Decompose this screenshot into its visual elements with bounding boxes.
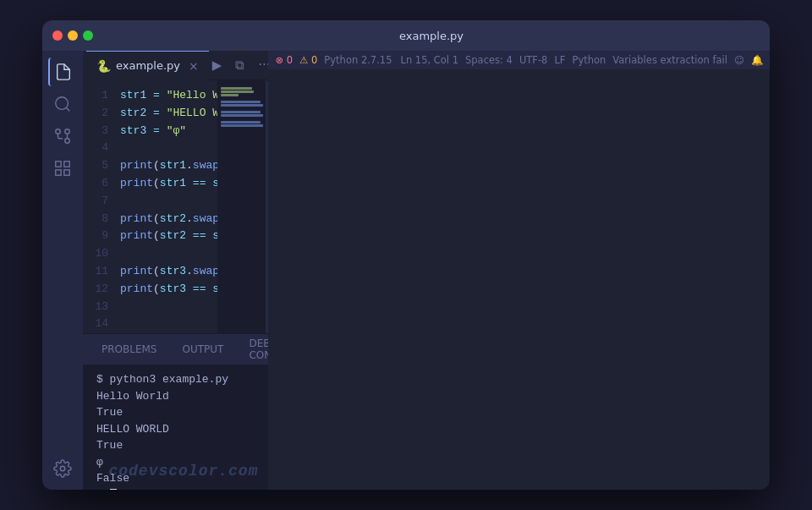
- svg-point-3: [56, 129, 61, 134]
- svg-rect-8: [56, 170, 61, 175]
- terminal-line: HELLO WORLD: [96, 421, 255, 438]
- maximize-button[interactable]: [83, 30, 93, 41]
- terminal-prompt-line: $: [96, 487, 255, 491]
- line-numbers: 1 2 3 4 5 6 7 8 9 10 11 12 13 14: [83, 80, 117, 333]
- tab-label: example.py: [116, 59, 180, 72]
- window-title: example.py: [103, 30, 760, 42]
- svg-point-10: [60, 466, 65, 471]
- editor-area: 🐍 example.py × ▶ ⧉ ···: [83, 51, 268, 490]
- minimap: [217, 80, 268, 333]
- titlebar: example.py: [42, 20, 770, 51]
- terminal-line: True: [96, 437, 255, 454]
- split-editor-button[interactable]: ⧉: [232, 56, 248, 74]
- code-editor[interactable]: 1 2 3 4 5 6 7 8 9 10 11 12 13 14: [83, 80, 268, 333]
- main-content: 🐍 example.py × ▶ ⧉ ···: [42, 51, 770, 490]
- search-icon[interactable]: [48, 90, 77, 118]
- status-right: Ln 15, Col 1 Spaces: 4 UTF-8 LF Python V…: [400, 54, 763, 66]
- notification-icon[interactable]: 🔔: [751, 54, 763, 66]
- svg-rect-6: [56, 162, 61, 167]
- traffic-lights: [52, 30, 93, 41]
- editor-tab[interactable]: 🐍 example.py ×: [86, 51, 209, 80]
- files-icon[interactable]: [48, 58, 77, 86]
- tab-debug-console[interactable]: DEBUG CONSOLE: [237, 332, 268, 367]
- extensions-icon[interactable]: [48, 154, 77, 183]
- tab-actions: ▶ ⧉ ···: [209, 51, 269, 80]
- indentation[interactable]: Spaces: 4: [465, 54, 513, 66]
- language-mode[interactable]: Python: [572, 54, 606, 66]
- python-version[interactable]: Python 2.7.15: [324, 54, 392, 66]
- variables-status[interactable]: Variables extraction fail: [612, 54, 727, 66]
- errors-count[interactable]: ⊗ 0: [275, 54, 293, 66]
- code-content[interactable]: str1 = "Hello World" str2 = "HELLO WORLD…: [117, 80, 217, 333]
- svg-rect-9: [64, 170, 69, 175]
- panel-tabs: PROBLEMS OUTPUT DEBUG CONSOLE TERMINAL: [83, 334, 268, 365]
- status-left: ⊗ 0 ⚠ 0 Python 2.7.15: [275, 54, 392, 66]
- status-bar: ⊗ 0 ⚠ 0 Python 2.7.15 Ln 15, Col 1 Space…: [268, 51, 770, 69]
- feedback-icon[interactable]: ☺: [734, 54, 744, 66]
- more-actions-button[interactable]: ···: [255, 56, 268, 74]
- tab-output[interactable]: OUTPUT: [171, 338, 236, 361]
- encoding[interactable]: UTF-8: [519, 54, 548, 66]
- svg-rect-7: [64, 162, 69, 167]
- source-control-icon[interactable]: [48, 122, 77, 151]
- terminal-line: φ: [96, 454, 255, 471]
- line-ending[interactable]: LF: [554, 54, 565, 66]
- svg-point-0: [56, 97, 69, 110]
- terminal-line: $ python3 example.py: [96, 371, 255, 388]
- tab-close-button[interactable]: ×: [189, 59, 199, 73]
- python-file-icon: 🐍: [96, 59, 111, 73]
- run-button[interactable]: ▶: [209, 56, 226, 74]
- panel: PROBLEMS OUTPUT DEBUG CONSOLE TERMINAL: [83, 333, 268, 490]
- warnings-count[interactable]: ⚠ 0: [299, 54, 317, 66]
- tab-bar: 🐍 example.py × ▶ ⧉ ···: [83, 51, 268, 80]
- cursor-position[interactable]: Ln 15, Col 1: [400, 54, 458, 66]
- svg-point-5: [65, 129, 70, 134]
- tab-problems[interactable]: PROBLEMS: [90, 338, 169, 361]
- vscode-window: example.py: [42, 20, 770, 490]
- terminal-line: True: [96, 404, 255, 421]
- svg-point-2: [65, 139, 70, 144]
- terminal-line: Hello World: [96, 388, 255, 405]
- close-button[interactable]: [52, 30, 63, 41]
- activity-bar: [42, 51, 83, 490]
- settings-icon[interactable]: [48, 454, 77, 483]
- terminal-content[interactable]: $ python3 example.py Hello World True HE…: [83, 365, 268, 490]
- terminal-line: False: [96, 470, 255, 487]
- svg-line-1: [66, 107, 69, 111]
- minimize-button[interactable]: [68, 30, 78, 41]
